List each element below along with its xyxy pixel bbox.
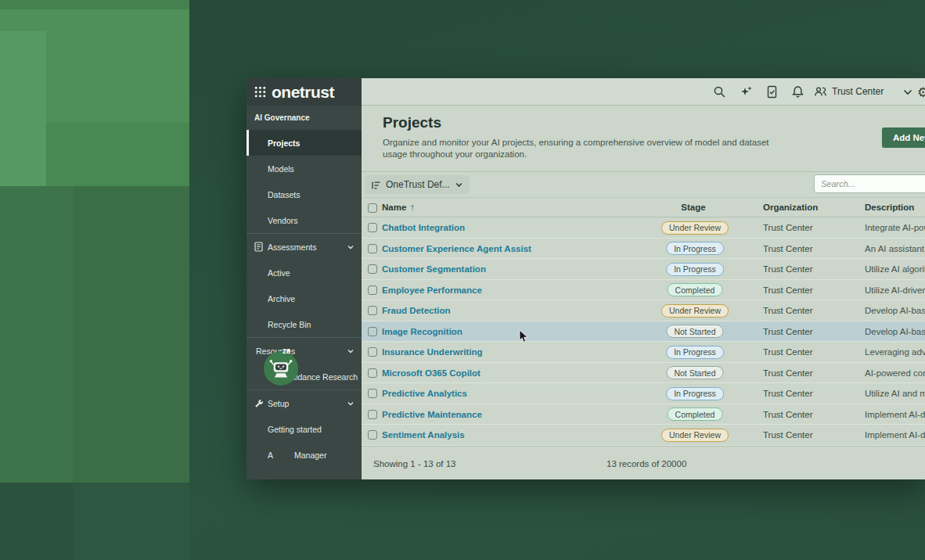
page-header: Projects Organize and monitor your AI pr… xyxy=(362,106,925,172)
table-row-hovered[interactable]: Image Recognition Not Started Trust Cent… xyxy=(362,321,925,343)
project-name-link[interactable]: Insurance Underwriting xyxy=(382,347,482,357)
table-row[interactable]: Customer Experience Agent Assist In Prog… xyxy=(362,239,925,260)
project-name-link[interactable]: Employee Performance xyxy=(382,285,482,295)
stage-badge: Under Review xyxy=(661,221,729,235)
ai-sparkles-icon[interactable] xyxy=(740,85,753,99)
table-row[interactable]: Predictive Analytics In Progress Trust C… xyxy=(362,383,925,404)
table-row[interactable]: Insurance Underwriting In Progress Trust… xyxy=(362,342,925,363)
row-checkbox[interactable] xyxy=(368,285,377,295)
page-title: Projects xyxy=(383,114,441,131)
view-selector-label: OneTrust Def... xyxy=(386,179,450,190)
row-checkbox[interactable] xyxy=(368,368,377,378)
pagination-summary: Showing 1 - 13 of 13 xyxy=(373,459,456,468)
row-checkbox[interactable] xyxy=(368,389,377,398)
project-name-link[interactable]: Sentiment Analysis xyxy=(382,430,465,440)
description-cell: Develop AI-based i xyxy=(865,327,925,336)
row-checkbox[interactable] xyxy=(368,223,377,232)
project-name-link[interactable]: Microsoft O365 Copilot xyxy=(382,368,480,378)
table-header: Name↑ Stage Organization Description xyxy=(362,197,925,217)
sidebar-item-datasets[interactable]: Datasets xyxy=(247,181,362,207)
avatar-badge: 28 xyxy=(283,347,290,355)
description-cell: Leveraging advanc xyxy=(865,347,925,357)
organization-cell: Trust Center xyxy=(763,306,812,315)
row-checkbox[interactable] xyxy=(368,410,377,419)
sidebar-item-active[interactable]: Active xyxy=(247,260,362,285)
app-window: onetrust AI Governance Projects Models D… xyxy=(247,78,925,479)
sidebar-item-setup[interactable]: Setup xyxy=(247,390,362,416)
document-check-icon[interactable] xyxy=(765,85,779,99)
background-block xyxy=(73,186,189,483)
notifications-icon[interactable] xyxy=(791,85,804,99)
organization-cell: Trust Center xyxy=(763,430,812,440)
row-checkbox[interactable] xyxy=(368,430,377,440)
column-name[interactable]: Name↑ xyxy=(382,203,415,212)
description-cell: Implement AI-drive xyxy=(865,410,925,419)
column-stage[interactable]: Stage xyxy=(681,203,705,212)
row-checkbox[interactable] xyxy=(368,347,377,357)
organization-cell: Trust Center xyxy=(763,223,812,232)
background-block xyxy=(0,0,189,9)
stage-badge: Under Review xyxy=(661,304,729,318)
description-cell: Utilize AI and mach xyxy=(865,389,925,398)
row-checkbox[interactable] xyxy=(368,306,377,315)
description-cell: An AI assistant for c xyxy=(865,244,925,253)
organization-cell: Trust Center xyxy=(763,244,812,253)
sidebar-item-recycle-bin[interactable]: Recycle Bin xyxy=(247,311,362,337)
search-input[interactable] xyxy=(814,174,925,193)
description-cell: Utilize AI-driven an xyxy=(865,285,925,295)
settings-gear-icon[interactable]: ⚙ xyxy=(917,84,925,101)
table-row[interactable]: Employee Performance Completed Trust Cen… xyxy=(362,280,925,301)
project-name-link[interactable]: Customer Experience Agent Assist xyxy=(382,244,531,253)
sidebar-item-manager[interactable]: A Manager xyxy=(247,442,362,468)
background-block xyxy=(73,483,189,560)
project-name-link[interactable]: Chatbot Integration xyxy=(382,223,465,232)
select-all-checkbox[interactable] xyxy=(368,203,377,213)
project-name-link[interactable]: Customer Segmentation xyxy=(382,264,486,274)
stage-badge: Not Started xyxy=(666,325,723,338)
table-row[interactable]: Sentiment Analysis Under Review Trust Ce… xyxy=(362,425,925,446)
organization-cell: Trust Center xyxy=(763,264,812,274)
stage-badge: Completed xyxy=(668,407,723,421)
chevron-down-icon[interactable] xyxy=(902,87,913,98)
project-name-link[interactable]: Image Recognition xyxy=(382,327,462,336)
project-name-link[interactable]: Predictive Maintenance xyxy=(382,410,482,419)
column-description[interactable]: Description xyxy=(865,203,914,212)
topbar: Trust Center ⚙ xyxy=(362,78,925,106)
row-checkbox[interactable] xyxy=(368,244,377,253)
project-name-link[interactable]: Predictive Analytics xyxy=(382,389,467,398)
table-row[interactable]: Predictive Maintenance Completed Trust C… xyxy=(362,404,925,425)
table-row[interactable]: Fraud Detection Under Review Trust Cente… xyxy=(362,300,925,321)
stage-badge: In Progress xyxy=(666,387,724,400)
row-checkbox[interactable] xyxy=(368,264,377,274)
table-row[interactable]: Microsoft O365 Copilot Not Started Trust… xyxy=(362,363,925,384)
sidebar-item-getting-started[interactable]: Getting started xyxy=(247,416,362,442)
search-icon[interactable] xyxy=(713,85,726,99)
robot-mascot-icon xyxy=(264,351,298,386)
organization-cell: Trust Center xyxy=(763,285,812,295)
toolbar: OneTrust Def... xyxy=(362,172,925,197)
table-row[interactable]: Chatbot Integration Under Review Trust C… xyxy=(362,217,925,239)
sidebar-item-vendors[interactable]: Vendors xyxy=(247,207,362,233)
account-selector[interactable]: Trust Center xyxy=(832,86,884,97)
stage-badge: Under Review xyxy=(661,429,729,442)
table-footer: Showing 1 - 13 of 13 13 records of 20000 xyxy=(362,446,925,480)
record-count: 13 records of 20000 xyxy=(606,459,686,468)
sidebar-item-assessments[interactable]: Assessments xyxy=(247,234,362,260)
page-description: Organize and monitor your AI projects, e… xyxy=(383,137,782,160)
sidebar-item-models[interactable]: Models xyxy=(247,156,362,181)
org-people-icon[interactable] xyxy=(814,85,827,99)
assistant-avatar[interactable]: 28 xyxy=(264,351,298,386)
background-block xyxy=(0,31,46,186)
sidebar-item-projects[interactable]: Projects xyxy=(247,130,362,156)
add-new-button[interactable]: Add New xyxy=(882,127,925,148)
logo[interactable]: onetrust xyxy=(247,78,362,106)
stage-badge: In Progress xyxy=(666,346,724,359)
view-selector[interactable]: OneTrust Def... xyxy=(365,175,470,194)
table-row[interactable]: Customer Segmentation In Progress Trust … xyxy=(362,259,925,280)
organization-cell: Trust Center xyxy=(763,410,812,419)
brand-wordmark: onetrust xyxy=(272,83,334,102)
row-checkbox[interactable] xyxy=(368,327,377,336)
column-organization[interactable]: Organization xyxy=(763,203,818,212)
sidebar-item-archive[interactable]: Archive xyxy=(247,285,362,311)
project-name-link[interactable]: Fraud Detection xyxy=(382,306,451,315)
